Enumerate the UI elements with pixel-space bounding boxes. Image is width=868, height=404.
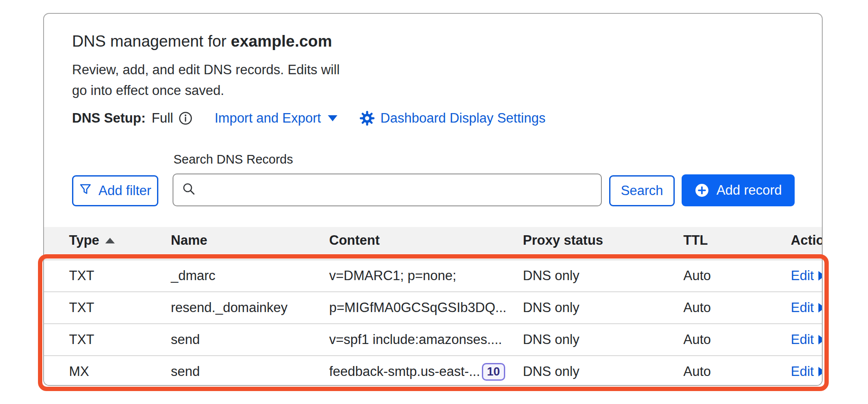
- cell-ttl: Auto: [683, 332, 791, 347]
- import-export-label: Import and Export: [214, 110, 321, 126]
- toolbar: Add filter Search DNS Records Search: [72, 152, 822, 206]
- cell-name: resend._domainkey: [171, 300, 329, 316]
- page-title-prefix: DNS management for: [72, 32, 231, 50]
- description-line-1: Review, add, and edit DNS records. Edits…: [72, 62, 340, 77]
- chevron-right-icon: [818, 367, 823, 376]
- cell-name: send: [171, 364, 329, 379]
- cell-proxy-status: DNS only: [523, 268, 683, 284]
- import-export-link[interactable]: Import and Export: [214, 110, 337, 126]
- table-gap: [44, 254, 822, 259]
- table-header-row: Type Name Content Proxy status TTL Actio…: [44, 227, 822, 254]
- chevron-right-icon: [818, 271, 823, 281]
- column-header-name[interactable]: Name: [171, 233, 329, 248]
- cell-type: TXT: [69, 300, 171, 316]
- column-header-type[interactable]: Type: [69, 233, 171, 248]
- edit-record-button[interactable]: Edit: [791, 332, 823, 347]
- edit-record-button[interactable]: Edit: [791, 300, 823, 316]
- filter-icon: [79, 183, 92, 199]
- cell-ttl: Auto: [683, 268, 791, 284]
- column-header-ttl[interactable]: TTL: [683, 233, 791, 248]
- edit-label: Edit: [791, 268, 814, 284]
- column-header-type-label: Type: [69, 233, 99, 248]
- cell-content-text: feedback-smtp.us-east-...: [329, 364, 480, 379]
- dns-setup-value: Full: [152, 110, 173, 126]
- edit-record-button[interactable]: Edit: [791, 364, 823, 379]
- info-icon[interactable]: [178, 111, 193, 126]
- search-icon: [182, 182, 196, 198]
- chevron-right-icon: [818, 303, 823, 312]
- cell-ttl: Auto: [683, 364, 791, 379]
- table-row-domainkey: TXT resend._domainkey p=MIGfMA0GCSqGSIb3…: [44, 291, 822, 323]
- cell-proxy-status: DNS only: [523, 300, 683, 316]
- column-header-content[interactable]: Content: [329, 233, 523, 248]
- cell-ttl: Auto: [683, 300, 791, 316]
- add-filter-button[interactable]: Add filter: [72, 175, 158, 206]
- cell-type: TXT: [69, 268, 171, 284]
- search-field-group: Search DNS Records: [173, 152, 602, 206]
- description-line-2: go into effect once saved.: [72, 83, 224, 98]
- cell-content: p=MIGfMA0GCSqGSIb3DQ...: [329, 300, 523, 316]
- table-row-mx: MX send feedback-smtp.us-east-... 10 DNS…: [44, 355, 822, 386]
- search-field-label: Search DNS Records: [173, 152, 602, 167]
- cell-type: TXT: [69, 332, 171, 347]
- add-record-button[interactable]: Add record: [682, 174, 795, 206]
- edit-record-button[interactable]: Edit: [791, 268, 823, 284]
- plus-circle-icon: [695, 183, 709, 198]
- table-row-spf: TXT send v=spf1 include:amazonses.... DN…: [44, 323, 822, 355]
- chevron-down-icon: [328, 115, 337, 121]
- cell-proxy-status: DNS only: [523, 332, 683, 347]
- search-box: [173, 174, 602, 206]
- edit-label: Edit: [791, 332, 814, 347]
- cell-name: send: [171, 332, 329, 347]
- add-record-label: Add record: [717, 183, 782, 198]
- search-button-label: Search: [621, 183, 663, 199]
- column-header-proxy-status[interactable]: Proxy status: [523, 233, 683, 248]
- cell-content: v=spf1 include:amazonses....: [329, 332, 523, 347]
- cell-proxy-status: DNS only: [523, 364, 683, 379]
- dns-setup-label: DNS Setup:: [72, 110, 146, 126]
- cell-content: feedback-smtp.us-east-... 10: [329, 363, 523, 381]
- cell-name: _dmarc: [171, 268, 329, 284]
- edit-label: Edit: [791, 364, 814, 379]
- cell-content: v=DMARC1; p=none;: [329, 268, 523, 284]
- chevron-right-icon: [818, 335, 823, 344]
- gear-icon: [360, 111, 374, 126]
- search-button[interactable]: Search: [609, 175, 675, 206]
- search-input[interactable]: [203, 182, 592, 198]
- add-filter-label: Add filter: [98, 183, 151, 199]
- dns-management-card: DNS management for example.com Review, a…: [43, 13, 823, 386]
- cell-type: MX: [69, 364, 171, 379]
- page-title: DNS management for example.com: [72, 32, 822, 51]
- page-description: Review, add, and edit DNS records. Edits…: [72, 60, 822, 101]
- sort-ascending-icon: [105, 238, 115, 243]
- mx-priority-badge: 10: [482, 363, 505, 381]
- edit-label: Edit: [791, 300, 814, 316]
- dashboard-display-settings-link[interactable]: Dashboard Display Settings: [381, 110, 546, 126]
- dns-setup-row: DNS Setup: Full Import and Export: [72, 110, 822, 126]
- table-row-dmarc: TXT _dmarc v=DMARC1; p=none; DNS only Au…: [44, 259, 822, 291]
- column-header-actions: Actions: [791, 233, 823, 248]
- page-title-domain: example.com: [231, 32, 332, 50]
